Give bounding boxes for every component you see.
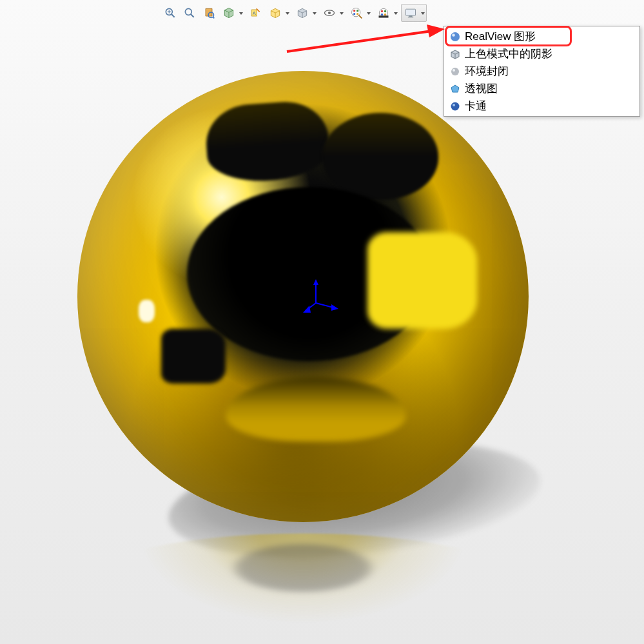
floor-reflection xyxy=(77,534,529,640)
svg-marker-3 xyxy=(331,304,338,311)
svg-marker-1 xyxy=(313,279,318,285)
origin-triad-icon xyxy=(303,277,342,316)
viewport-3d[interactable] xyxy=(0,0,644,644)
svg-marker-5 xyxy=(303,306,311,313)
